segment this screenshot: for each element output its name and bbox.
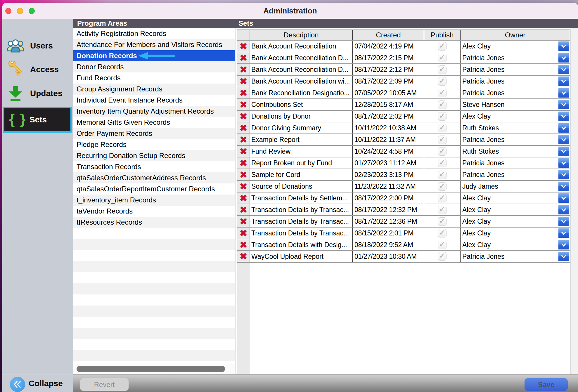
program-area-item[interactable]: Memorial Gifts Given Records <box>73 117 235 128</box>
delete-set-button[interactable]: ✖ <box>237 99 250 110</box>
set-description[interactable]: Transaction Details with Desig... <box>250 239 353 250</box>
publish-checkbox[interactable]: ✓ <box>438 206 447 214</box>
publish-checkbox[interactable]: ✓ <box>438 182 447 191</box>
program-area-item[interactable]: Group Assignment Records <box>73 84 235 95</box>
delete-set-button[interactable]: ✖ <box>237 64 250 75</box>
set-description[interactable]: Source of Donations <box>250 181 353 192</box>
publish-checkbox[interactable]: ✓ <box>438 171 447 179</box>
publish-checkbox[interactable]: ✓ <box>438 194 447 202</box>
set-description[interactable]: Transaction Details by Transac... <box>250 216 353 227</box>
set-description[interactable]: Bank Account Reconciliation D... <box>250 52 353 63</box>
column-header-publish[interactable]: Publish <box>424 30 461 40</box>
sidebar-item-users[interactable]: Users <box>2 37 73 55</box>
owner-dropdown-button[interactable] <box>558 76 569 86</box>
owner-dropdown-button[interactable] <box>558 251 569 261</box>
program-area-item[interactable]: Attendance For Members and Visitors Reco… <box>73 39 235 50</box>
publish-checkbox[interactable]: ✓ <box>438 54 447 62</box>
set-description[interactable]: WayCool Upload Report <box>250 251 353 262</box>
sets-vscrollbar[interactable] <box>570 28 578 374</box>
set-description[interactable]: Contributions Set <box>250 99 353 110</box>
set-description[interactable]: Bank Account Reconciliation D... <box>250 64 353 75</box>
program-area-item[interactable]: Fund Records <box>73 72 235 84</box>
publish-checkbox[interactable]: ✓ <box>438 229 447 237</box>
delete-set-button[interactable]: ✖ <box>237 122 250 133</box>
set-description[interactable]: Transaction Details by Settlem... <box>250 192 353 204</box>
delete-set-button[interactable]: ✖ <box>237 41 250 52</box>
program-area-item[interactable]: Individual Event Instance Records <box>73 95 235 106</box>
publish-checkbox[interactable]: ✓ <box>438 217 447 226</box>
program-area-item[interactable]: Donor Records <box>73 61 235 72</box>
publish-checkbox[interactable]: ✓ <box>438 89 447 97</box>
set-description[interactable]: Transaction Details by Transac... <box>250 204 353 215</box>
owner-dropdown-button[interactable] <box>558 88 569 98</box>
delete-set-button[interactable]: ✖ <box>237 169 250 180</box>
program-area-item[interactable]: Activity Registration Records <box>73 28 235 39</box>
delete-set-button[interactable]: ✖ <box>237 251 250 262</box>
owner-dropdown-button[interactable] <box>558 111 569 121</box>
publish-checkbox[interactable]: ✓ <box>438 100 447 109</box>
owner-dropdown-button[interactable] <box>558 146 569 156</box>
owner-dropdown-button[interactable] <box>558 240 569 250</box>
publish-checkbox[interactable]: ✓ <box>438 112 447 121</box>
owner-dropdown-button[interactable] <box>558 193 569 203</box>
delete-set-button[interactable]: ✖ <box>237 216 250 227</box>
delete-set-button[interactable]: ✖ <box>237 76 250 87</box>
publish-checkbox[interactable]: ✓ <box>438 241 447 249</box>
publish-checkbox[interactable]: ✓ <box>438 147 447 156</box>
delete-set-button[interactable]: ✖ <box>237 146 250 157</box>
delete-set-button[interactable]: ✖ <box>237 134 250 145</box>
owner-dropdown-button[interactable] <box>558 100 569 110</box>
program-area-item[interactable]: Inventory Item Quantity Adjustment Recor… <box>73 106 235 117</box>
owner-dropdown-button[interactable] <box>558 158 569 168</box>
set-description[interactable]: Sample for Cord <box>250 169 353 180</box>
owner-dropdown-button[interactable] <box>558 41 569 51</box>
set-description[interactable]: Bank Reconciliation Designatio... <box>250 87 353 98</box>
delete-set-button[interactable]: ✖ <box>237 192 250 204</box>
owner-dropdown-button[interactable] <box>558 53 569 63</box>
publish-checkbox[interactable]: ✓ <box>438 65 447 74</box>
set-description[interactable]: Example Report <box>250 134 353 145</box>
publish-checkbox[interactable]: ✓ <box>438 77 447 86</box>
program-area-item[interactable]: Order Payment Records <box>73 128 235 139</box>
revert-button[interactable]: Revert <box>80 378 129 391</box>
set-description[interactable]: Bank Account Reconciliation wi... <box>250 76 353 87</box>
set-description[interactable]: Donor Giving Summary <box>250 122 353 133</box>
scrollbar-thumb[interactable] <box>77 366 225 372</box>
delete-set-button[interactable]: ✖ <box>237 157 250 169</box>
program-area-item[interactable]: Donation Records <box>73 50 235 61</box>
program-areas-hscrollbar[interactable] <box>73 364 236 374</box>
program-area-item[interactable]: Pledge Records <box>73 139 235 150</box>
column-header-owner[interactable]: Owner <box>461 30 570 40</box>
owner-dropdown-button[interactable] <box>558 181 569 191</box>
program-area-item[interactable]: qtaSalesOrderReportItemCustomer Records <box>73 183 235 195</box>
column-header-created[interactable]: Created <box>353 30 424 40</box>
program-area-item[interactable]: Transaction Records <box>73 161 235 172</box>
set-description[interactable]: Bank Account Reconciliation <box>250 41 353 52</box>
set-description[interactable]: Report Broken out by Fund <box>250 157 353 169</box>
owner-dropdown-button[interactable] <box>558 170 569 180</box>
delete-set-button[interactable]: ✖ <box>237 52 250 63</box>
set-description[interactable]: Donations by Donor <box>250 111 353 122</box>
collapse-button[interactable] <box>10 377 25 392</box>
set-description[interactable]: Fund Review <box>250 146 353 157</box>
owner-dropdown-button[interactable] <box>558 216 569 226</box>
owner-dropdown-button[interactable] <box>558 135 569 145</box>
owner-dropdown-button[interactable] <box>558 205 569 215</box>
delete-set-button[interactable]: ✖ <box>237 181 250 192</box>
owner-dropdown-button[interactable] <box>558 123 569 133</box>
column-header-description[interactable]: Description <box>250 30 353 40</box>
publish-checkbox[interactable]: ✓ <box>438 124 447 132</box>
delete-set-button[interactable]: ✖ <box>237 239 250 250</box>
publish-checkbox[interactable]: ✓ <box>438 252 447 261</box>
set-description[interactable]: Transaction Details by Transac... <box>250 228 353 239</box>
publish-checkbox[interactable]: ✓ <box>438 136 447 144</box>
publish-checkbox[interactable]: ✓ <box>438 159 447 167</box>
program-area-item[interactable]: t_inventory_item Records <box>73 195 235 206</box>
publish-checkbox[interactable]: ✓ <box>438 42 447 51</box>
program-area-item[interactable]: taVendor Records <box>73 206 235 217</box>
delete-set-button[interactable]: ✖ <box>237 87 250 98</box>
save-button[interactable]: Save <box>525 378 568 391</box>
program-area-item[interactable]: tfResources Records <box>73 217 235 228</box>
owner-dropdown-button[interactable] <box>558 228 569 238</box>
sidebar-item-sets[interactable]: { } Sets <box>3 107 72 133</box>
